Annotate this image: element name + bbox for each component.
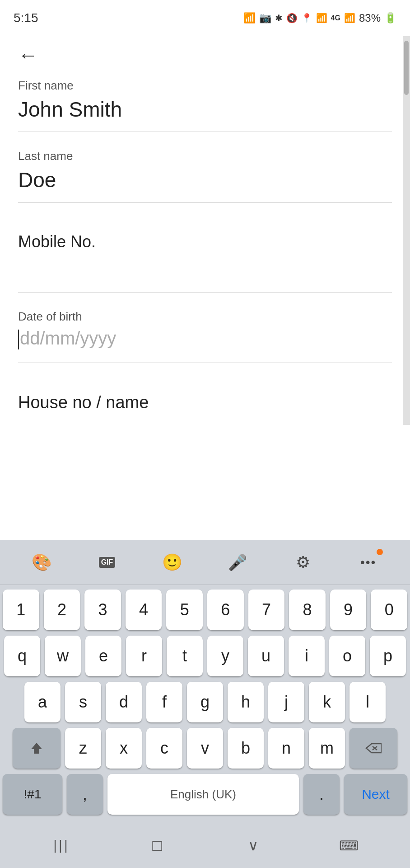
recents-nav-button[interactable]: ∨ bbox=[230, 832, 275, 859]
key-6[interactable]: 6 bbox=[207, 590, 244, 630]
key-o[interactable]: o bbox=[329, 636, 365, 676]
form-content: ← First name John Smith Last name Doe Mo… bbox=[0, 36, 410, 412]
mic-icon: 🎤 bbox=[228, 553, 247, 571]
key-0[interactable]: 0 bbox=[371, 590, 407, 630]
next-button[interactable]: Next bbox=[344, 774, 407, 815]
gif-button[interactable]: GIF bbox=[89, 544, 125, 580]
key-7[interactable]: 7 bbox=[248, 590, 285, 630]
key-z[interactable]: z bbox=[65, 728, 101, 769]
dob-field: Date of birth dd/mm/yyyy bbox=[18, 310, 392, 363]
keyboard: 1 2 3 4 5 6 7 8 9 0 q w e r t y u i o p … bbox=[0, 585, 410, 823]
key-2[interactable]: 2 bbox=[44, 590, 80, 630]
scrollbar-thumb[interactable] bbox=[404, 41, 409, 95]
house-label: House no / name bbox=[18, 393, 392, 412]
key-d[interactable]: d bbox=[106, 682, 142, 722]
emoji-button[interactable]: 🙂 bbox=[154, 544, 191, 580]
key-t[interactable]: t bbox=[167, 636, 203, 676]
battery-icon: 🔋 bbox=[384, 12, 396, 24]
key-l[interactable]: l bbox=[349, 682, 386, 722]
key-e[interactable]: e bbox=[85, 636, 121, 676]
scrollbar[interactable] bbox=[403, 36, 410, 425]
status-icons: 📶 📷 ✱ 🔇 📍 📶 4G 📶 83% 🔋 bbox=[243, 12, 396, 24]
backspace-icon bbox=[365, 742, 382, 755]
key-u[interactable]: u bbox=[248, 636, 284, 676]
gif-icon: GIF bbox=[99, 557, 116, 568]
bottom-row: !#1 , English (UK) . Next bbox=[3, 774, 407, 815]
key-g[interactable]: g bbox=[187, 682, 223, 722]
keyboard-nav-button[interactable]: ⌨ bbox=[326, 832, 371, 859]
bluetooth-icon: ✱ bbox=[275, 13, 283, 24]
wifi-icon: 📶 bbox=[316, 13, 327, 24]
battery-text: 83% bbox=[359, 12, 381, 24]
network-icon: 4G bbox=[331, 14, 340, 22]
mute-icon: 🔇 bbox=[286, 13, 298, 24]
mic-button[interactable]: 🎤 bbox=[219, 544, 256, 580]
text-cursor bbox=[18, 330, 19, 349]
key-m[interactable]: m bbox=[309, 728, 345, 769]
qwerty-row: q w e r t y u i o p bbox=[3, 636, 407, 676]
key-n[interactable]: n bbox=[268, 728, 304, 769]
key-a[interactable]: a bbox=[24, 682, 61, 722]
signal-icon: 📶 bbox=[243, 12, 256, 24]
home-nav-button[interactable]: □ bbox=[135, 832, 180, 859]
shift-icon bbox=[29, 741, 44, 755]
key-b[interactable]: b bbox=[228, 728, 264, 769]
dob-label: Date of birth bbox=[18, 310, 392, 324]
key-k[interactable]: k bbox=[309, 682, 345, 722]
backspace-button[interactable] bbox=[349, 728, 397, 769]
keyboard-area: 🎨 GIF 🙂 🎤 ⚙ ••• 1 2 3 4 5 6 7 8 bbox=[0, 540, 410, 868]
key-1[interactable]: 1 bbox=[3, 590, 39, 630]
period-key[interactable]: . bbox=[303, 774, 340, 815]
last-name-label: Last name bbox=[18, 149, 392, 163]
key-c[interactable]: c bbox=[146, 728, 182, 769]
mobile-label: Mobile No. bbox=[18, 232, 392, 251]
first-name-value[interactable]: John Smith bbox=[18, 97, 392, 124]
notification-dot bbox=[377, 549, 383, 555]
mobile-field: Mobile No. bbox=[18, 232, 392, 292]
status-time: 5:15 bbox=[14, 11, 38, 25]
space-key[interactable]: English (UK) bbox=[107, 774, 299, 815]
mobile-value[interactable] bbox=[18, 258, 392, 285]
first-name-field: First name John Smith bbox=[18, 79, 392, 132]
shift-button[interactable] bbox=[13, 728, 61, 769]
location-icon: 📍 bbox=[301, 13, 312, 24]
more-button[interactable]: ••• bbox=[350, 544, 387, 580]
key-r[interactable]: r bbox=[126, 636, 162, 676]
key-w[interactable]: w bbox=[45, 636, 81, 676]
key-9[interactable]: 9 bbox=[330, 590, 367, 630]
key-4[interactable]: 4 bbox=[126, 590, 162, 630]
asdf-row: a s d f g h j k l bbox=[3, 682, 407, 722]
key-i[interactable]: i bbox=[289, 636, 325, 676]
emoji-icon: 🙂 bbox=[162, 553, 182, 572]
key-8[interactable]: 8 bbox=[289, 590, 326, 630]
keyboard-toolbar: 🎨 GIF 🙂 🎤 ⚙ ••• bbox=[0, 540, 410, 585]
sticker-icon: 🎨 bbox=[32, 553, 52, 572]
key-p[interactable]: p bbox=[370, 636, 406, 676]
key-f[interactable]: f bbox=[146, 682, 182, 722]
first-name-label: First name bbox=[18, 79, 392, 93]
svg-marker-0 bbox=[31, 743, 42, 754]
gear-icon: ⚙ bbox=[296, 553, 310, 572]
more-icon: ••• bbox=[360, 555, 376, 570]
key-q[interactable]: q bbox=[4, 636, 40, 676]
settings-button[interactable]: ⚙ bbox=[285, 544, 321, 580]
key-v[interactable]: v bbox=[187, 728, 223, 769]
sticker-button[interactable]: 🎨 bbox=[23, 544, 60, 580]
key-j[interactable]: j bbox=[268, 682, 304, 722]
special-chars-button[interactable]: !#1 bbox=[3, 774, 62, 815]
key-3[interactable]: 3 bbox=[84, 590, 121, 630]
key-x[interactable]: x bbox=[106, 728, 142, 769]
back-button[interactable]: ← bbox=[18, 45, 38, 65]
bottom-nav: ||| □ ∨ ⌨ bbox=[0, 823, 410, 868]
house-field: House no / name bbox=[18, 393, 392, 412]
key-h[interactable]: h bbox=[228, 682, 264, 722]
last-name-value[interactable]: Doe bbox=[18, 168, 392, 195]
zxcv-row: z x c v b n m bbox=[3, 728, 407, 769]
last-name-field: Last name Doe bbox=[18, 149, 392, 203]
key-5[interactable]: 5 bbox=[166, 590, 203, 630]
dob-input[interactable]: dd/mm/yyyy bbox=[18, 328, 392, 355]
back-nav-button[interactable]: ||| bbox=[39, 832, 84, 859]
key-y[interactable]: y bbox=[207, 636, 243, 676]
comma-key[interactable]: , bbox=[67, 774, 103, 815]
key-s[interactable]: s bbox=[65, 682, 101, 722]
